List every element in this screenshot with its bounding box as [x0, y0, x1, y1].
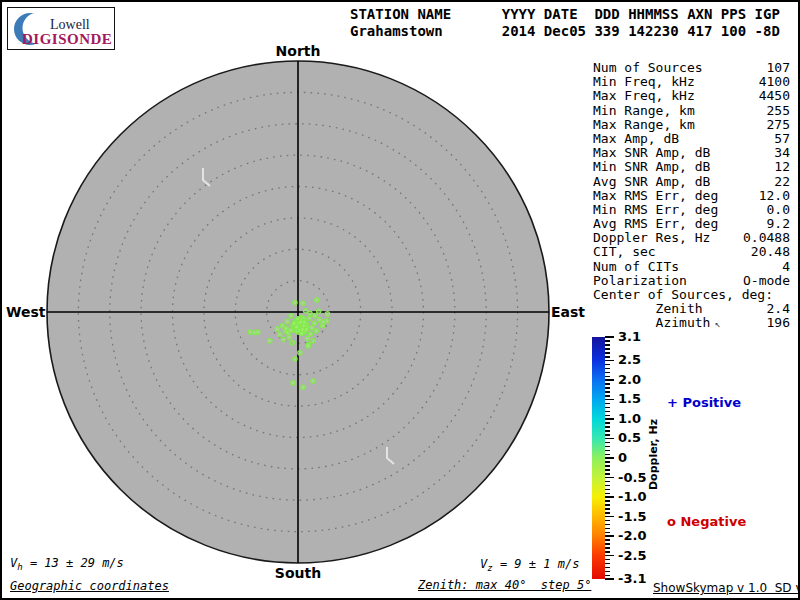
colorbar-minor-tick: [605, 372, 610, 374]
echo-source-dot: [289, 314, 293, 318]
stat-label: Min Range, km: [593, 104, 695, 118]
echo-source-dot: [311, 379, 315, 383]
echo-source-dot: [300, 331, 304, 335]
colorbar-minor-tick: [605, 403, 610, 405]
stat-value: 12: [774, 160, 790, 174]
software-version-label: ShowSkymap v 1.0 SD v 5.1: [653, 581, 800, 595]
stat-label: Avg RMS Err, deg: [593, 217, 718, 231]
colorbar-major-tick: [605, 418, 614, 420]
colorbar-major-tick: [605, 535, 614, 537]
colorbar-minor-tick: [605, 547, 610, 549]
stat-row: Max Amp, dB57: [593, 132, 790, 146]
echo-source-dot: [285, 319, 289, 323]
stat-row: Num of Sources107: [593, 61, 790, 75]
colorbar-minor-tick: [605, 528, 610, 530]
colorbar-minor-tick: [605, 559, 610, 561]
colorbar-minor-tick: [605, 422, 610, 424]
stat-label: CIT, sec: [593, 245, 656, 259]
echo-source-dot: [325, 312, 329, 316]
colorbar-minor-tick: [605, 387, 610, 389]
echo-source-dot: [310, 325, 314, 329]
echo-source-dot: [308, 332, 312, 336]
coordinate-system-label: Geographic coordinates: [10, 579, 169, 593]
colorbar-minor-tick: [605, 567, 610, 569]
stat-label: Min RMS Err, deg: [593, 203, 718, 217]
colorbar-minor-tick: [605, 376, 610, 378]
colorbar-minor-tick: [605, 500, 610, 502]
compass-label-east: East: [551, 304, 591, 320]
skymap-window: Lowell DIGISONDE STATION NAME YYYY DATE …: [0, 0, 800, 600]
colorbar-minor-tick: [605, 344, 610, 346]
echo-source-dot: [256, 330, 260, 334]
stat-value: 196: [767, 316, 790, 330]
stat-label: Max RMS Err, deg: [593, 189, 718, 203]
echo-source-dot: [278, 332, 282, 336]
stat-row: Doppler Res, Hz0.0488: [593, 231, 790, 245]
stats-panel: Num of Sources107Min Freq, kHz4100Max Fr…: [593, 61, 790, 331]
stat-row: Max RMS Err, deg12.0: [593, 189, 790, 203]
colorbar-minor-tick: [605, 551, 610, 553]
stat-row: Min RMS Err, deg0.0: [593, 203, 790, 217]
stat-row: Num of CITs4: [593, 260, 790, 274]
colorbar-minor-tick: [605, 520, 610, 522]
colorbar-tick-label: 2.0: [618, 372, 652, 388]
stat-value: 2.4: [767, 302, 790, 316]
echo-source-dot: [301, 301, 305, 305]
stat-row: Max Freq, kHz4450: [593, 89, 790, 103]
doppler-colorbar: [592, 337, 605, 579]
legend-positive: + Positive: [667, 395, 741, 410]
stat-value: 4450: [759, 89, 790, 103]
echo-source-dot: [321, 320, 325, 324]
echo-source-dot: [248, 330, 252, 334]
vertical-velocity-readout: Vz = 9 ± 1 m/s: [480, 557, 579, 573]
colorbar-minor-tick: [605, 348, 610, 350]
stat-value: 0.0488: [743, 231, 790, 245]
colorbar-tick-label: -3.1: [618, 571, 652, 587]
echo-source-dot: [281, 337, 285, 341]
stat-value: 4: [782, 260, 790, 274]
colorbar-major-tick: [605, 516, 614, 518]
stat-label: Polarization: [593, 274, 687, 288]
vz-value: = 9 ± 1 m/s: [493, 557, 580, 571]
echo-source-dot: [291, 381, 295, 385]
colorbar-major-tick: [605, 477, 614, 479]
stat-label: Min SNR Amp, dB: [593, 160, 710, 174]
colorbar-minor-tick: [605, 442, 610, 444]
echo-source-dot: [308, 311, 312, 315]
colorbar-minor-tick: [605, 411, 610, 413]
colorbar-minor-tick: [605, 532, 610, 534]
colorbar-major-tick: [605, 457, 614, 459]
colorbar-tick-label: -2.5: [618, 548, 652, 564]
legend-negative-label: Negative: [680, 514, 746, 529]
stat-row: Zenith2.4: [593, 302, 790, 316]
colorbar-minor-tick: [605, 481, 610, 483]
stat-row: Avg SNR Amp, dB22: [593, 175, 790, 189]
colorbar-major-tick: [605, 360, 614, 362]
colorbar-minor-tick: [605, 364, 610, 366]
stat-label: Zenith: [593, 302, 703, 316]
stat-value: 9.2: [767, 217, 790, 231]
colorbar-minor-tick: [605, 473, 610, 475]
echo-source-dot: [287, 335, 291, 339]
echo-source-dot: [284, 326, 288, 330]
stat-value: 255: [767, 104, 790, 118]
colorbar-minor-tick: [605, 485, 610, 487]
stat-value: 107: [767, 61, 790, 75]
colorbar-minor-tick: [605, 395, 610, 397]
colorbar-minor-tick: [605, 571, 610, 573]
stat-row: Min Range, km255: [593, 104, 790, 118]
compass-label-south: South: [273, 565, 323, 581]
vh-value: = 13 ± 29 m/s: [23, 556, 124, 570]
stat-label: Doppler Res, Hz: [593, 231, 710, 245]
colorbar-minor-tick: [605, 504, 610, 506]
echo-source-dot: [307, 316, 311, 320]
colorbar-tick-label: -1.5: [618, 509, 652, 525]
colorbar-minor-tick: [605, 391, 610, 393]
echo-source-dot: [313, 314, 317, 318]
colorbar-minor-tick: [605, 563, 610, 565]
echo-source-dot: [298, 320, 302, 324]
colorbar-minor-tick: [605, 493, 610, 495]
colorbar-tick-label: 1.5: [618, 391, 652, 407]
stat-row: Max SNR Amp, dB34: [593, 146, 790, 160]
colorbar-major-tick: [605, 555, 614, 557]
